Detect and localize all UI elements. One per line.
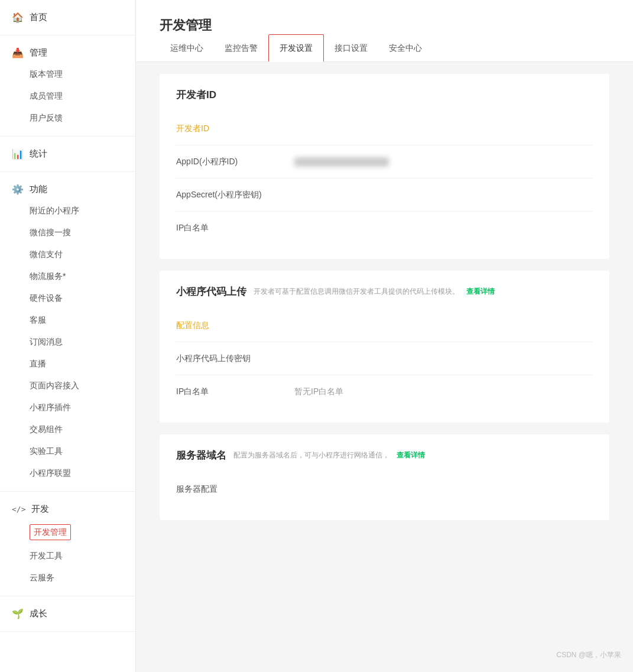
- field-row-appid: AppID(小程序ID) hidden: [176, 145, 593, 178]
- tabs-bar: 运维中心 监控告警 开发设置 接口设置 安全中心: [136, 34, 633, 62]
- field-value-ip-whitelist2: 暂无IP白名单: [294, 387, 593, 397]
- sidebar-item-weixinpay[interactable]: 微信支付: [0, 244, 135, 265]
- code-upload-link[interactable]: 查看详情: [466, 287, 495, 297]
- field-label-config-info: 配置信息: [176, 320, 294, 331]
- page-title: 开发管理: [136, 0, 633, 34]
- sidebar-section-dev[interactable]: </> 开发: [0, 499, 135, 520]
- field-row-config-info: 配置信息: [176, 309, 593, 342]
- tab-security[interactable]: 安全中心: [378, 35, 433, 62]
- appid-blurred-value: hidden: [294, 157, 389, 167]
- manage-icon: 📥: [12, 47, 24, 59]
- feature-icon: ⚙️: [12, 184, 24, 195]
- sidebar-growth-label: 成长: [30, 608, 47, 619]
- sidebar-section-feature[interactable]: ⚙️ 功能: [0, 179, 135, 200]
- sidebar: 🏠 首页 📥 管理 版本管理 成员管理 用户反馈 📊 统计 ⚙️ 功能 附近的小…: [0, 0, 136, 672]
- sidebar-item-member[interactable]: 成员管理: [0, 85, 135, 107]
- sidebar-item-subscribe[interactable]: 订阅消息: [0, 331, 135, 353]
- field-row-upload-secret: 小程序代码上传密钥: [176, 342, 593, 375]
- server-domain-title: 服务器域名 配置为服务器域名后，可与小程序进行网络通信， 查看详情: [176, 449, 593, 462]
- field-value-appid: hidden: [294, 157, 593, 167]
- sidebar-item-weixinsearch[interactable]: 微信搜一搜: [0, 222, 135, 244]
- tab-interface[interactable]: 接口设置: [324, 35, 378, 62]
- sidebar-section-manage[interactable]: 📥 管理: [0, 43, 135, 63]
- server-domain-link[interactable]: 查看详情: [397, 450, 425, 460]
- developer-id-card: 开发者ID 开发者ID AppID(小程序ID) hidden AppSecre…: [160, 74, 609, 259]
- sidebar-item-service[interactable]: 客服: [0, 309, 135, 331]
- sidebar-section-home[interactable]: 🏠 首页: [0, 7, 135, 28]
- sidebar-home-label: 首页: [30, 12, 47, 23]
- sidebar-stats-label: 统计: [30, 148, 47, 160]
- content-area: 开发者ID 开发者ID AppID(小程序ID) hidden AppSecre…: [136, 74, 633, 520]
- field-label-appsecret: AppSecret(小程序密钥): [176, 190, 294, 200]
- field-row-server-config: 服务器配置: [176, 473, 593, 506]
- field-label-ip-whitelist: IP白名单: [176, 223, 294, 233]
- sidebar-dev-label: 开发: [31, 504, 49, 515]
- field-row-ip-whitelist: IP白名单: [176, 212, 593, 245]
- devmgr-active-label[interactable]: 开发管理: [30, 524, 71, 540]
- home-icon: 🏠: [12, 12, 24, 23]
- field-label-appid: AppID(小程序ID): [176, 157, 294, 167]
- tab-monitor[interactable]: 监控告警: [214, 35, 268, 62]
- sidebar-item-devmgr[interactable]: 开发管理: [0, 520, 135, 545]
- sidebar-item-cloud[interactable]: 云服务: [0, 567, 135, 589]
- main-content: 开发管理 运维中心 监控告警 开发设置 接口设置 安全中心 开发者ID 开发者I…: [136, 0, 633, 672]
- sidebar-section-stats[interactable]: 📊 统计: [0, 144, 135, 164]
- code-upload-title: 小程序代码上传 开发者可基于配置信息调用微信开发者工具提供的代码上传模块。 查看…: [176, 285, 593, 298]
- sidebar-section-growth[interactable]: 🌱 成长: [0, 603, 135, 624]
- stats-icon: 📊: [12, 148, 24, 160]
- watermark: CSDN @嗯，小苹果: [556, 650, 621, 660]
- field-label-ip-whitelist2: IP白名单: [176, 387, 294, 397]
- sidebar-item-alliance[interactable]: 小程序联盟: [0, 462, 135, 484]
- code-upload-subtitle: 开发者可基于配置信息调用微信开发者工具提供的代码上传模块。: [254, 287, 459, 297]
- ip-whitelist2-placeholder: 暂无IP白名单: [294, 387, 343, 396]
- tab-ops[interactable]: 运维中心: [160, 35, 214, 62]
- tab-devsettings[interactable]: 开发设置: [268, 34, 324, 62]
- sidebar-item-live[interactable]: 直播: [0, 353, 135, 375]
- server-domain-card: 服务器域名 配置为服务器域名后，可与小程序进行网络通信， 查看详情 服务器配置: [160, 434, 609, 520]
- sidebar-item-trade[interactable]: 交易组件: [0, 418, 135, 440]
- developer-id-title: 开发者ID: [176, 88, 593, 102]
- growth-icon: 🌱: [12, 608, 24, 619]
- sidebar-feature-label: 功能: [30, 184, 47, 195]
- field-label-upload-secret: 小程序代码上传密钥: [176, 353, 294, 364]
- server-domain-subtitle: 配置为服务器域名后，可与小程序进行网络通信，: [233, 450, 389, 460]
- sidebar-item-experiment[interactable]: 实验工具: [0, 440, 135, 462]
- field-row-ip-whitelist2: IP白名单 暂无IP白名单: [176, 375, 593, 408]
- field-row-developer-id: 开发者ID: [176, 112, 593, 145]
- sidebar-item-logistics[interactable]: 物流服务*: [0, 265, 135, 287]
- sidebar-item-hardware[interactable]: 硬件设备: [0, 287, 135, 309]
- sidebar-item-plugin[interactable]: 小程序插件: [0, 397, 135, 418]
- sidebar-item-pagecontent[interactable]: 页面内容接入: [0, 375, 135, 397]
- sidebar-item-version[interactable]: 版本管理: [0, 63, 135, 85]
- sidebar-manage-label: 管理: [30, 47, 47, 59]
- field-label-server-config: 服务器配置: [176, 484, 294, 495]
- sidebar-item-feedback[interactable]: 用户反馈: [0, 107, 135, 129]
- field-row-appsecret: AppSecret(小程序密钥): [176, 178, 593, 212]
- sidebar-item-nearby[interactable]: 附近的小程序: [0, 200, 135, 222]
- dev-icon: </>: [12, 505, 25, 514]
- sidebar-item-devtools[interactable]: 开发工具: [0, 545, 135, 567]
- field-label-developer-id: 开发者ID: [176, 124, 294, 134]
- code-upload-card: 小程序代码上传 开发者可基于配置信息调用微信开发者工具提供的代码上传模块。 查看…: [160, 271, 609, 423]
